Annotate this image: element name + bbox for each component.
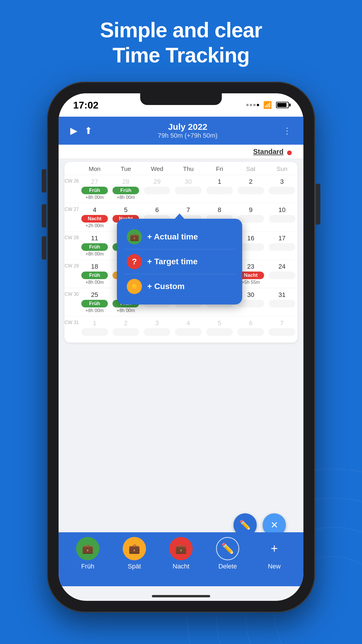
shift-badge: Früh: [113, 187, 139, 194]
day-header-thu: Thu: [173, 165, 204, 172]
recording-dot: [287, 150, 292, 155]
toolbar-nacht[interactable]: 💼 Nacht: [169, 537, 193, 570]
shift-badge: Früh: [81, 300, 108, 307]
target-time-icon: ?: [127, 254, 142, 269]
day-cell-0-1[interactable]: 28Früh+8h 00m: [110, 177, 141, 201]
toolbar-items: 💼 Früh 💼 Spät 💼 Nacht ✏️ Delete + N: [64, 537, 298, 570]
day-header-tue: Tue: [110, 165, 141, 172]
day-cell-5-4[interactable]: 5: [204, 319, 235, 340]
phone-screen: 17:02 📶 ▶ ⬆ July 2022: [59, 93, 303, 601]
day-num: 25: [80, 291, 109, 299]
day-num: 3: [267, 178, 297, 186]
day-cell-4-6[interactable]: 31: [266, 290, 298, 314]
day-header-wed: Wed: [141, 165, 173, 172]
day-cell-5-6[interactable]: 7: [266, 319, 298, 340]
day-cell-5-3[interactable]: 4: [173, 319, 204, 340]
toolbar-new[interactable]: + New: [263, 537, 286, 570]
status-icons: 📶: [246, 101, 289, 109]
shift-empty: [144, 328, 170, 336]
shift-empty: [144, 187, 170, 194]
day-num: 27: [80, 178, 109, 186]
popup-item-target[interactable]: ? + Target time: [124, 249, 235, 274]
nacht-icon: 💼: [169, 537, 193, 560]
actual-time-icon: 💼: [127, 229, 142, 244]
toolbar-fruh[interactable]: 💼 Früh: [76, 537, 99, 570]
popup-item-custom[interactable]: ☀️ + Custom: [124, 274, 235, 299]
day-cell-1-0[interactable]: 4Nacht+2h 00m: [79, 206, 110, 229]
header-center: July 2022 79h 50m (+79h 50m): [158, 122, 218, 139]
day-cell-0-0[interactable]: 27Früh+8h 00m: [79, 177, 110, 201]
shift-empty: [238, 300, 264, 307]
actual-time-label: + Actual time: [147, 232, 198, 242]
total-hours: 79h 50m (+79h 50m): [158, 132, 218, 139]
day-cell-3-0[interactable]: 18Früh+8h 00m: [79, 262, 110, 286]
day-num: 4: [173, 319, 203, 327]
day-cell-0-4[interactable]: 1: [204, 177, 235, 201]
day-headers: Mon Tue Wed Thu Fri Sat Sun: [64, 162, 298, 175]
shift-empty: [81, 328, 108, 336]
day-cell-5-1[interactable]: 2: [110, 319, 141, 340]
shift-empty: [175, 187, 201, 194]
day-num: 18: [80, 263, 109, 270]
day-num: 5: [205, 319, 234, 327]
day-hours: +8h 00m: [80, 280, 109, 285]
shift-empty: [269, 272, 295, 279]
spat-icon: 💼: [123, 537, 146, 560]
day-cell-0-5[interactable]: 2: [235, 177, 266, 201]
day-cell-0-6[interactable]: 3: [266, 177, 298, 201]
shift-badge: Früh: [81, 187, 108, 194]
day-num: 1: [80, 319, 109, 327]
cw-spacer: [64, 165, 79, 172]
week-row-0: CW 2627Früh+8h 00m28Früh+8h 00m2930123: [64, 175, 298, 203]
shift-empty: [269, 328, 295, 336]
app-header-left: ▶ ⬆: [70, 125, 92, 136]
shift-badge: Nacht: [81, 215, 108, 223]
header-line1: Simple and clear: [0, 18, 362, 43]
shift-empty: [113, 328, 139, 336]
day-cell-3-6[interactable]: 24: [266, 262, 298, 286]
day-num: 10: [267, 206, 297, 214]
page-header: Simple and clear Time Tracking: [0, 0, 362, 68]
day-hours: +8h 00m: [111, 195, 140, 200]
cw-label-3: CW 29: [64, 262, 79, 286]
shift-empty: [269, 300, 295, 307]
day-cell-5-5[interactable]: 6: [235, 319, 266, 340]
day-num: 28: [111, 178, 140, 186]
standard-bar: Standard: [59, 145, 303, 159]
delete-icon: ✏️: [216, 537, 239, 560]
wifi-icon: 📶: [263, 101, 272, 109]
day-cell-0-3[interactable]: 30: [173, 177, 204, 201]
spat-label: Spät: [128, 563, 141, 570]
more-icon[interactable]: ⋮: [283, 126, 292, 136]
cw-label-5: CW 31: [64, 319, 79, 340]
toolbar-spat[interactable]: 💼 Spät: [123, 537, 146, 570]
export-icon[interactable]: ⬆: [85, 125, 92, 136]
play-icon[interactable]: ▶: [70, 125, 78, 136]
day-num: 5: [111, 206, 140, 214]
day-cell-1-6[interactable]: 10: [266, 206, 298, 229]
cw-label-4: CW 30: [64, 290, 79, 314]
day-cell-2-6[interactable]: 17: [266, 234, 298, 257]
shift-empty: [206, 187, 233, 194]
day-num: 7: [267, 319, 297, 327]
day-num: 2: [236, 178, 266, 186]
day-cell-5-2[interactable]: 3: [141, 319, 173, 340]
day-cell-2-0[interactable]: 11Früh+8h 00m: [79, 234, 110, 257]
day-cell-4-0[interactable]: 25Früh+8h 00m: [79, 290, 110, 314]
standard-badge[interactable]: Standard: [253, 148, 284, 155]
popup-item-actual[interactable]: 💼 + Actual time: [124, 225, 235, 249]
phone-mockup: 17:02 📶 ▶ ⬆ July 2022: [47, 82, 315, 612]
bottom-toolbar: 💼 Früh 💼 Spät 💼 Nacht ✏️ Delete + N: [59, 532, 303, 586]
day-hours: +8h 00m: [111, 308, 140, 313]
day-cell-5-0[interactable]: 1: [79, 319, 110, 340]
toolbar-delete[interactable]: ✏️ Delete: [216, 537, 239, 570]
day-num: 6: [236, 319, 266, 327]
phone-notch: [140, 93, 222, 105]
day-cell-0-2[interactable]: 29: [141, 177, 173, 201]
nacht-label: Nacht: [173, 563, 189, 570]
custom-time-label: + Custom: [147, 282, 184, 291]
shift-empty: [269, 243, 295, 251]
day-num: 17: [267, 235, 297, 242]
day-num: 4: [80, 206, 109, 214]
cw-label-0: CW 26: [64, 177, 79, 201]
